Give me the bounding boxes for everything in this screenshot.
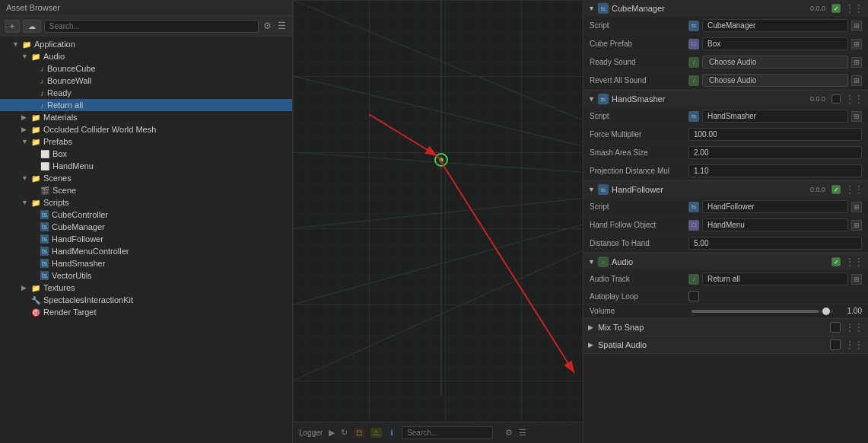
- tree-item-prefabs[interactable]: ▼ 📁 Prefabs: [0, 135, 292, 148]
- autoplay-checkbox[interactable]: [688, 291, 699, 301]
- revertsound-row: Revert All Sound ♪ Choose Audio ⊞: [583, 72, 868, 90]
- hf-comp-icon: ts: [598, 184, 609, 195]
- audio-component: ▼ ♪ Audio ✓ ⋮⋮ Audio Track ♪ Return all …: [583, 253, 868, 319]
- logger-search-input[interactable]: [402, 426, 493, 439]
- disthand-row: Distance To Hand 5.00: [583, 234, 868, 253]
- disthand-value[interactable]: 5.00: [688, 237, 862, 250]
- run-icon[interactable]: ▶: [329, 428, 335, 438]
- tree-item-scripts[interactable]: ▼ 📁 Scripts: [0, 196, 292, 209]
- readysound-row: Ready Sound ♪ Choose Audio ⊞: [583, 53, 868, 72]
- tree-item-cubemanager[interactable]: ts CubeManager: [0, 221, 292, 233]
- mixtosnap-title: Mix To Snap: [598, 323, 830, 332]
- tree-item-returnall[interactable]: ♪ Return all: [0, 99, 292, 111]
- revertsound-expand[interactable]: ⊞: [851, 75, 862, 86]
- tree-item-scenes[interactable]: ▼ 📁 Scenes: [0, 172, 292, 184]
- audiotrack-icon: ♪: [688, 274, 699, 285]
- viewport[interactable]: 2 Logger ▶ ↻ ⊡ ⚠ ℹ: [293, 0, 583, 443]
- handsmasher-checkbox[interactable]: [831, 94, 841, 104]
- cubemanager-checkbox[interactable]: ✓: [831, 4, 841, 13]
- tree-item-materials[interactable]: ▶ 📁 Materials: [0, 111, 292, 123]
- cubemanager-menu[interactable]: ⋮⋮: [845, 3, 863, 14]
- handfollower-checkbox[interactable]: ✓: [831, 185, 841, 194]
- handsmasher-header[interactable]: ▼ ts HandSmasher 0.0.0 ⋮⋮: [583, 91, 868, 107]
- info-icon[interactable]: ℹ: [388, 428, 396, 438]
- script-expand[interactable]: ⊞: [851, 21, 862, 31]
- smasharea-value[interactable]: 2.00: [688, 146, 862, 159]
- cloud-button[interactable]: ☁: [23, 20, 41, 33]
- handfollower-component: ▼ ts HandFollower 0.0.0 ✓ ⋮⋮ Script ts H…: [583, 181, 868, 253]
- handsmasher-script-row: Script ts HandSmasher ⊞: [583, 107, 868, 126]
- projdist-row: Projection Distance Mul 1.10: [583, 162, 868, 180]
- settings-icon[interactable]: ☰: [276, 19, 288, 33]
- readysound-expand[interactable]: ⊞: [851, 57, 862, 68]
- projdist-value[interactable]: 1.10: [688, 164, 862, 177]
- script-value[interactable]: CubeManager: [702, 19, 848, 32]
- cubemanager-header[interactable]: ▼ ts CubeManager 0.0.0 ✓ ⋮⋮: [583, 0, 868, 17]
- handfollower-menu[interactable]: ⋮⋮: [845, 184, 863, 195]
- asset-search-input[interactable]: [44, 20, 259, 33]
- warn-icon[interactable]: ⚠: [370, 428, 382, 438]
- tree-item-ready[interactable]: ♪ Ready: [0, 87, 292, 99]
- tree-item-handmenucontroller[interactable]: ts HandMenuController: [0, 245, 292, 257]
- hf-script-expand[interactable]: ⊞: [851, 202, 862, 212]
- hf-obj-value[interactable]: HandMenu: [702, 218, 848, 231]
- forcemult-value[interactable]: 100.00: [688, 128, 862, 141]
- audio-header[interactable]: ▼ ♪ Audio ✓ ⋮⋮: [583, 253, 868, 270]
- tree-item-audio[interactable]: ▼ 📁 Audio: [0, 50, 292, 62]
- audiotrack-expand[interactable]: ⊞: [851, 274, 862, 285]
- cubeprefab-expand[interactable]: ⊞: [851, 39, 862, 49]
- filter-icon[interactable]: ⚙: [262, 19, 273, 33]
- prefab-ref-icon: □: [688, 39, 699, 49]
- audio-comp-icon: ♪: [598, 257, 609, 267]
- tree-item-application[interactable]: ▼ 📁 Application: [0, 38, 292, 50]
- forcemult-row: Force Multiplier 100.00: [583, 126, 868, 144]
- hs-script-expand[interactable]: ⊞: [851, 111, 862, 122]
- tree-item-rendertarget[interactable]: 🎯 Render Target: [0, 306, 292, 318]
- svg-rect-1: [293, 0, 583, 422]
- spatialaudio-menu[interactable]: ⋮⋮: [845, 339, 863, 350]
- tree-item-spectacleskit[interactable]: 🔧 SpectaclesInteractionKit: [0, 294, 292, 306]
- mixtosnap-menu[interactable]: ⋮⋮: [845, 322, 863, 333]
- mixtosnap-header[interactable]: ▶ Mix To Snap ⋮⋮: [583, 319, 868, 336]
- tree-item-handfollower[interactable]: ts HandFollower: [0, 233, 292, 245]
- volume-row: Volume 1.00: [583, 304, 868, 318]
- cubemanager-version: 0.0.0: [810, 5, 825, 12]
- tree-item-handsmasher[interactable]: ts HandSmasher: [0, 257, 292, 269]
- add-asset-button[interactable]: +: [5, 20, 20, 33]
- hf-script-value[interactable]: HandFollower: [702, 200, 848, 213]
- cubeprefab-value[interactable]: Box: [702, 37, 848, 50]
- logger-filter-icon[interactable]: ⚙: [505, 428, 513, 438]
- handsmasher-menu[interactable]: ⋮⋮: [845, 94, 863, 104]
- tree-item-bouncecube[interactable]: ♪ BounceCube: [0, 62, 292, 75]
- handsmasher-component: ▼ ts HandSmasher 0.0.0 ⋮⋮ Script ts Hand…: [583, 91, 868, 181]
- mixtosnap-checkbox[interactable]: [830, 322, 841, 333]
- cubemanager-component: ▼ ts CubeManager 0.0.0 ✓ ⋮⋮ Script ts Cu…: [583, 0, 868, 91]
- asset-browser-header: Asset Browser: [0, 0, 292, 16]
- spatialaudio-checkbox[interactable]: [830, 339, 841, 350]
- hf-obj-expand[interactable]: ⊞: [851, 220, 862, 231]
- tree-item-box[interactable]: ⬜ Box: [0, 148, 292, 160]
- viewport-canvas[interactable]: 2: [293, 0, 583, 422]
- reload-icon[interactable]: ↻: [341, 428, 348, 438]
- audio-menu[interactable]: ⋮⋮: [845, 257, 863, 267]
- tree-item-textures[interactable]: ▶ 📁 Textures: [0, 282, 292, 294]
- cubemanager-script-row: Script ts CubeManager ⊞: [583, 17, 868, 35]
- revertsound-choose-btn[interactable]: Choose Audio: [702, 74, 848, 87]
- hs-script-value[interactable]: HandSmasher: [702, 110, 848, 123]
- readysound-choose-btn[interactable]: Choose Audio: [702, 56, 848, 69]
- tree-item-handmenu[interactable]: ⬜ HandMenu: [0, 160, 292, 172]
- tree-item-scene[interactable]: 🎬 Scene: [0, 184, 292, 196]
- volume-slider[interactable]: [692, 310, 833, 313]
- logger-settings-icon[interactable]: ☰: [519, 428, 526, 438]
- tree-item-vectorutils[interactable]: ts VectorUtils: [0, 269, 292, 282]
- tree-item-cubecontroller[interactable]: ts CubeController: [0, 209, 292, 221]
- handfollower-header[interactable]: ▼ ts HandFollower 0.0.0 ✓ ⋮⋮: [583, 181, 868, 198]
- volume-value: 1.00: [839, 307, 862, 315]
- tree-item-bouncewall[interactable]: ♪ BounceWall: [0, 75, 292, 87]
- audio-checkbox[interactable]: ✓: [831, 257, 841, 266]
- spatialaudio-header[interactable]: ▶ Spatial Audio ⋮⋮: [583, 336, 868, 353]
- tree-item-occluded[interactable]: ▶ 📁 Occluded Collider World Mesh: [0, 123, 292, 135]
- error-icon[interactable]: ⊡: [354, 428, 364, 438]
- logger-bar: Logger ▶ ↻ ⊡ ⚠ ℹ ⚙ ☰: [293, 422, 583, 443]
- audiotrack-value[interactable]: Return all: [702, 272, 848, 285]
